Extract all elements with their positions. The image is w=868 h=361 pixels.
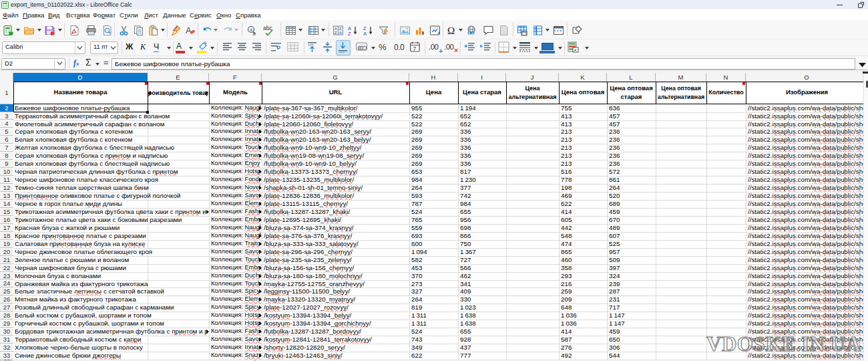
svg-text:Z: Z <box>335 31 337 35</box>
svg-text:A: A <box>339 31 342 35</box>
svg-text:Z: Z <box>348 31 351 37</box>
svg-text:d: d <box>253 31 256 36</box>
svg-text:Ω: Ω <box>447 25 455 36</box>
svg-text:A: A <box>363 31 367 37</box>
svg-text:A: A <box>186 25 192 35</box>
svg-text:a: a <box>250 27 252 32</box>
svg-text:abc: abc <box>263 25 272 31</box>
svg-text:7: 7 <box>413 45 417 52</box>
